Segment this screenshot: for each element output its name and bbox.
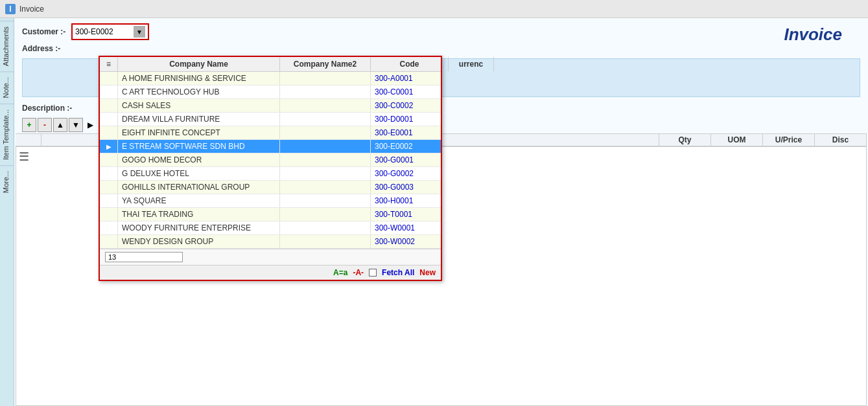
row-indicator: [100, 181, 118, 194]
customer-label: Customer :-: [22, 27, 67, 36]
row-code: 300-T0001: [371, 208, 441, 221]
row-company-name2: [280, 99, 371, 112]
popup-header-indicator: ≡: [100, 57, 118, 71]
address-row: Address :-: [22, 44, 860, 53]
customer-dropdown[interactable]: 300-E0002 ▼: [71, 23, 149, 40]
row-indicator: [100, 235, 118, 248]
row-indicator: [100, 113, 118, 126]
row-indicator: [100, 85, 118, 98]
row-company-name: C ART TECHNOLOGY HUB: [118, 85, 280, 98]
row-company-name2: [280, 85, 371, 98]
row-indicator: [100, 99, 118, 112]
count-input[interactable]: [105, 252, 183, 262]
row-company-name: DREAM VILLA FURNITURE: [118, 113, 280, 126]
dropdown-arrow-icon[interactable]: ▼: [134, 26, 145, 38]
row-code: 300-W0001: [371, 221, 441, 234]
title-bar: I Invoice: [0, 0, 868, 18]
row-code: 300-E0002: [371, 140, 441, 153]
sidebar-item-more[interactable]: More...: [0, 165, 14, 198]
row-company-name2: [280, 153, 371, 166]
popup-count-row: [100, 249, 441, 265]
row-indicator: [100, 72, 118, 85]
popup-list-item[interactable]: EIGHT INFINITE CONCEPT300-E0001----: [100, 126, 441, 140]
row-code: 300-G0002: [371, 167, 441, 180]
popup-rows: A HOME FURNISHING & SERVICE300-A0001----…: [100, 72, 441, 249]
row-indicator: [100, 208, 118, 221]
main-area: Attachments Note... Item Template... Mor…: [0, 18, 868, 406]
row-company-name2: [280, 113, 371, 126]
row-company-name: YA SQUARE: [118, 194, 280, 207]
row-company-name: GOHILLS INTERNATIONAL GROUP: [118, 181, 280, 194]
th-uprice: U/Price: [763, 134, 815, 146]
left-tabs: Attachments Note... Item Template... Mor…: [0, 18, 14, 406]
row-company-name2: [280, 208, 371, 221]
description-label: Description :-: [22, 104, 72, 113]
popup-list-item[interactable]: ▶E STREAM SOFTWARE SDN BHD300-E0002----: [100, 140, 441, 153]
aza-link[interactable]: A=a: [333, 268, 347, 277]
popup-header-code: Code: [371, 57, 449, 71]
row-code: 300-D0001: [371, 113, 441, 126]
row-indicator-icon: ☰: [19, 150, 29, 164]
th-uom: UOM: [711, 134, 763, 146]
row-code: 300-C0002: [371, 99, 441, 112]
row-company-name: E STREAM SOFTWARE SDN BHD: [118, 140, 280, 153]
popup-header-company-name2: Company Name2: [280, 57, 371, 71]
popup-list-item[interactable]: WENDY DESIGN GROUP300-W0002----: [100, 235, 441, 249]
popup-header: ≡ Company Name Company Name2 Code urrenc: [100, 57, 441, 72]
row-company-name: THAI TEA TRADING: [118, 208, 280, 221]
popup-list-item[interactable]: YA SQUARE300-H0001USD: [100, 194, 441, 208]
th-disc: Disc: [815, 134, 867, 146]
th-indicator: [16, 134, 41, 146]
new-link[interactable]: New: [419, 268, 436, 277]
popup-list-item[interactable]: WOODY FURNITURE ENTERPRISE300-W0001----: [100, 221, 441, 235]
row-company-name: CASH SALES: [118, 99, 280, 112]
invoice-title: Invoice: [784, 25, 842, 45]
popup-list-item[interactable]: THAI TEA TRADING300-T0001----: [100, 208, 441, 221]
row-company-name2: [280, 167, 371, 180]
popup-list-item[interactable]: A HOME FURNISHING & SERVICE300-A0001----: [100, 72, 441, 85]
popup-header-currency: urrenc: [449, 57, 494, 71]
sidebar-item-note[interactable]: Note...: [0, 71, 14, 103]
row-company-name2: [280, 235, 371, 248]
sidebar-item-item-template[interactable]: Item Template...: [0, 104, 14, 165]
customer-row: Customer :- 300-E0002 ▼: [22, 23, 860, 40]
address-label: Address :-: [22, 44, 60, 53]
remove-button[interactable]: -: [38, 118, 52, 132]
fetch-all-checkbox[interactable]: [369, 269, 377, 276]
popup-list-item[interactable]: G DELUXE HOTEL300-G0002----: [100, 167, 441, 181]
popup-list-item[interactable]: CASH SALES300-C0002----: [100, 99, 441, 113]
app-icon: I: [5, 4, 16, 14]
content-area: Invoice Customer :- 300-E0002 ▼ Address …: [14, 18, 868, 406]
customer-dropdown-popup: ≡ Company Name Company Name2 Code urrenc…: [99, 56, 442, 281]
row-company-name: G DELUXE HOTEL: [118, 167, 280, 180]
fetch-all-link[interactable]: Fetch All: [382, 268, 414, 277]
row-company-name2: [280, 140, 371, 153]
row-company-name: GOGO HOME DECOR: [118, 153, 280, 166]
popup-list-item[interactable]: GOGO HOME DECOR300-G0001----: [100, 153, 441, 167]
row-company-name2: [280, 221, 371, 234]
window-title: Invoice: [19, 5, 44, 14]
sidebar-item-attachments[interactable]: Attachments: [0, 21, 14, 71]
move-down-button[interactable]: ▼: [69, 118, 83, 132]
popup-list-item[interactable]: GOHILLS INTERNATIONAL GROUP300-G0003SGD: [100, 181, 441, 194]
popup-header-company-name: Company Name: [118, 57, 280, 71]
move-up-button[interactable]: ▲: [53, 118, 67, 132]
row-indicator: [100, 126, 118, 139]
row-company-name: A HOME FURNISHING & SERVICE: [118, 72, 280, 85]
row-code: 300-G0003: [371, 181, 441, 194]
row-code: 300-A0001: [371, 72, 441, 85]
row-company-name: WENDY DESIGN GROUP: [118, 235, 280, 248]
popup-footer: A=a -A- Fetch All New: [100, 265, 441, 280]
row-indicator: ▶: [100, 140, 118, 153]
row-code: 300-G0001: [371, 153, 441, 166]
row-company-name2: [280, 194, 371, 207]
popup-list-item[interactable]: C ART TECHNOLOGY HUB300-C0001----: [100, 85, 441, 99]
popup-list-item[interactable]: DREAM VILLA FURNITURE300-D0001----: [100, 113, 441, 126]
add-button[interactable]: +: [22, 118, 36, 132]
row-code: 300-C0001: [371, 85, 441, 98]
customer-value: 300-E0002: [75, 27, 113, 36]
row-code: 300-W0002: [371, 235, 441, 248]
row-code: 300-H0001: [371, 194, 441, 207]
a-link[interactable]: -A-: [353, 268, 364, 277]
row-company-name: WOODY FURNITURE ENTERPRISE: [118, 221, 280, 234]
